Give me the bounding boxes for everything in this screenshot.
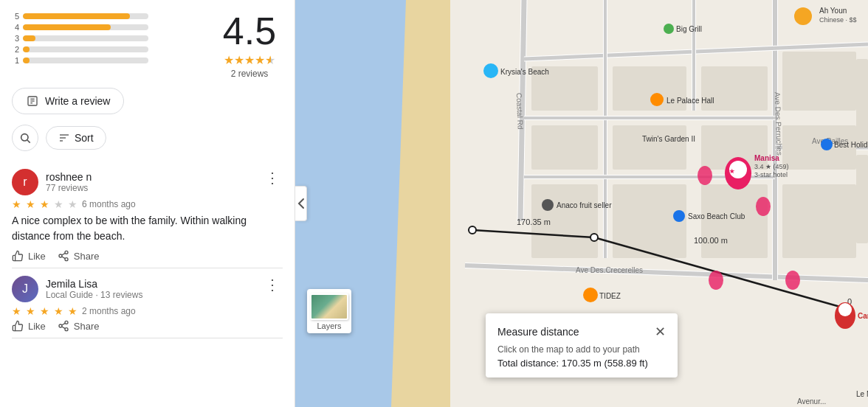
svg-line-54 — [472, 230, 594, 237]
svg-point-101 — [785, 271, 800, 290]
thumbs-up-icon — [12, 320, 24, 332]
full-star: ★ — [26, 198, 35, 210]
svg-point-94 — [838, 303, 852, 316]
full-star: ★ — [40, 198, 49, 210]
svg-text:TIDEZ: TIDEZ — [599, 292, 621, 300]
svg-line-28 — [524, 44, 868, 59]
svg-line-13 — [62, 253, 66, 255]
reviewer-meta: Local Guide · 13 reviews — [46, 290, 142, 300]
svg-point-82 — [821, 139, 833, 150]
svg-point-86 — [673, 210, 685, 222]
svg-point-77 — [729, 161, 747, 178]
svg-point-16 — [65, 328, 68, 331]
bar-background — [23, 35, 148, 41]
write-review-button[interactable]: Write a review — [12, 88, 124, 114]
svg-line-25 — [520, 0, 524, 221]
search-icon — [19, 132, 31, 144]
measure-popup-header: Measure distance ✕ — [497, 324, 666, 340]
review-date: 2 months ago — [82, 306, 136, 316]
svg-text:Big Grill: Big Grill — [676, 25, 702, 33]
bar-fill — [23, 58, 30, 63]
review-stars-row: ★★★★★ 2 months ago — [12, 305, 283, 317]
review-header: r roshnee n 77 reviews ⋮ — [12, 169, 283, 195]
layers-button[interactable]: Layers — [307, 289, 351, 333]
reviewer-info: J Jemila Lisa Local Guide · 13 reviews — [12, 276, 142, 302]
measure-distance-value: Total distance: 170.35 m (558.89 ft) — [497, 358, 666, 369]
rating-stars: ★★★★★ — [216, 53, 283, 67]
toolbar: Sort — [12, 125, 283, 151]
share-button[interactable]: Share — [58, 320, 100, 332]
svg-rect-45 — [613, 125, 686, 170]
full-star: ★ — [68, 305, 78, 317]
bar-label: 4 — [12, 23, 19, 32]
svg-marker-20 — [391, 0, 465, 407]
svg-point-84 — [542, 199, 554, 211]
full-star: ★ — [244, 53, 255, 67]
thumbs-up-icon — [12, 250, 24, 262]
rating-bar-row: 1 — [12, 56, 207, 65]
svg-point-98 — [698, 166, 712, 185]
measure-title: Measure distance — [497, 326, 579, 338]
svg-rect-40 — [531, 66, 598, 111]
svg-rect-69 — [664, 24, 674, 34]
svg-text:Avenur...: Avenur... — [797, 397, 826, 406]
bar-label: 3 — [12, 34, 19, 43]
svg-text:Twin's Garden II: Twin's Garden II — [642, 135, 695, 143]
review-more-button[interactable]: ⋮ — [262, 276, 283, 293]
svg-line-24 — [520, 0, 524, 221]
bar-background — [23, 58, 148, 63]
svg-text:3★: 3★ — [726, 168, 735, 175]
review-actions: Like Share — [12, 250, 283, 262]
svg-text:3-star hotel: 3-star hotel — [754, 171, 788, 178]
bar-background — [23, 24, 148, 30]
review-text: A nice complex to be with the family. Wi… — [12, 213, 283, 244]
map-panel[interactable]: 0 170.35 m 100.00 m Coastal Rd Ave Des P… — [295, 0, 868, 407]
rating-bar-row: 3 — [12, 34, 207, 43]
measure-close-button[interactable]: ✕ — [655, 324, 666, 340]
full-star: ★ — [26, 305, 35, 317]
search-button[interactable] — [12, 125, 38, 151]
bar-label: 5 — [12, 12, 19, 21]
reviewer-meta: 77 reviews — [46, 183, 92, 193]
svg-text:Best Holiday Mauritius: Best Holiday Mauritius — [834, 141, 868, 149]
svg-point-93 — [835, 302, 855, 329]
svg-text:Le Palace Hall: Le Palace Hall — [666, 97, 714, 105]
svg-rect-44 — [531, 125, 598, 170]
like-button[interactable]: Like — [12, 250, 46, 262]
bar-fill — [23, 24, 111, 30]
svg-point-58 — [841, 305, 849, 312]
svg-text:3.4 ★ (459): 3.4 ★ (459) — [754, 163, 789, 170]
svg-rect-46 — [701, 125, 768, 170]
svg-line-55 — [594, 237, 845, 308]
chevron-left-icon — [297, 198, 305, 209]
svg-rect-52 — [856, 59, 868, 147]
avatar: r — [12, 169, 38, 195]
review-card: r roshnee n 77 reviews ⋮ ★★★★★ 6 months … — [12, 161, 283, 268]
bar-fill — [23, 13, 130, 19]
review-stars-row: ★★★★★ 6 months ago — [12, 198, 283, 210]
review-actions: Like Share — [12, 320, 283, 332]
sort-button[interactable]: Sort — [46, 126, 106, 150]
svg-rect-43 — [782, 52, 856, 111]
svg-point-14 — [65, 321, 68, 324]
svg-point-73 — [650, 93, 664, 106]
share-button[interactable]: Share — [58, 250, 100, 262]
share-icon — [58, 250, 69, 262]
collapse-panel-button[interactable] — [295, 186, 307, 221]
svg-line-17 — [62, 327, 66, 329]
svg-text:Ave Des.Crecerelles: Ave Des.Crecerelles — [576, 266, 643, 274]
svg-point-66 — [794, 7, 812, 25]
write-review-label: Write a review — [45, 95, 110, 107]
svg-rect-19 — [295, 0, 406, 407]
full-star: ★ — [54, 305, 63, 317]
like-button[interactable]: Like — [12, 320, 46, 332]
write-review-icon — [26, 94, 39, 108]
rating-bars: 5 4 3 2 1 — [12, 12, 207, 67]
svg-text:170.35 m: 170.35 m — [517, 218, 551, 226]
review-more-button[interactable]: ⋮ — [262, 169, 283, 187]
measure-distance-popup: Measure distance ✕ Click on the map to a… — [486, 313, 678, 378]
full-star: ★ — [12, 305, 21, 317]
half-star: ★ — [265, 53, 275, 67]
svg-point-71 — [483, 63, 498, 78]
reviewer-name: roshnee n — [46, 171, 92, 183]
